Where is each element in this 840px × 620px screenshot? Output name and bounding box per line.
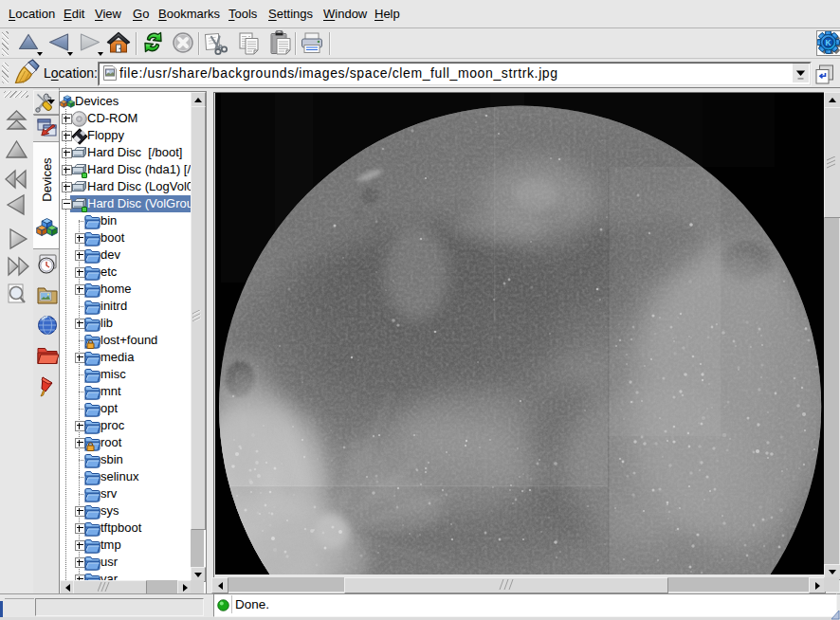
- svg-text:K: K: [826, 38, 832, 47]
